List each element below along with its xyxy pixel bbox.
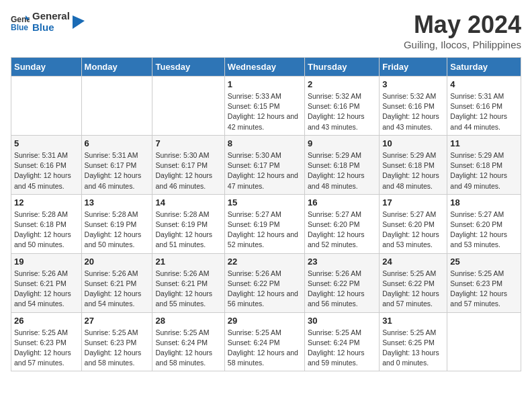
day-number: 31 (382, 316, 444, 326)
calendar-table: Sunday Monday Tuesday Wednesday Thursday… (11, 57, 521, 371)
calendar-cell: 22Sunrise: 5:26 AM Sunset: 6:22 PM Dayli… (224, 253, 304, 312)
day-number: 15 (228, 197, 302, 208)
calendar-week-5: 26Sunrise: 5:25 AM Sunset: 6:23 PM Dayli… (11, 312, 521, 371)
day-info: Sunrise: 5:30 AM Sunset: 6:17 PM Dayligh… (228, 150, 302, 191)
day-info: Sunrise: 5:29 AM Sunset: 6:18 PM Dayligh… (308, 150, 376, 191)
calendar-cell: 2Sunrise: 5:32 AM Sunset: 6:16 PM Daylig… (304, 77, 379, 136)
calendar-cell: 23Sunrise: 5:26 AM Sunset: 6:22 PM Dayli… (304, 253, 379, 312)
day-info: Sunrise: 5:25 AM Sunset: 6:24 PM Dayligh… (308, 328, 376, 369)
day-info: Sunrise: 5:26 AM Sunset: 6:21 PM Dayligh… (85, 269, 150, 310)
calendar-cell: 5Sunrise: 5:31 AM Sunset: 6:16 PM Daylig… (11, 135, 82, 194)
page-subtitle: Guiling, Ilocos, Philippines (404, 39, 521, 50)
day-number: 21 (155, 257, 221, 267)
day-info: Sunrise: 5:25 AM Sunset: 6:23 PM Dayligh… (450, 269, 518, 310)
page-title: May 2024 (404, 11, 521, 39)
day-info: Sunrise: 5:31 AM Sunset: 6:17 PM Dayligh… (85, 150, 150, 191)
day-info: Sunrise: 5:27 AM Sunset: 6:20 PM Dayligh… (308, 210, 376, 250)
day-info: Sunrise: 5:25 AM Sunset: 6:23 PM Dayligh… (85, 328, 150, 369)
day-number: 2 (308, 79, 376, 89)
calendar-cell: 10Sunrise: 5:29 AM Sunset: 6:18 PM Dayli… (380, 135, 447, 194)
calendar-cell: 15Sunrise: 5:27 AM Sunset: 6:19 PM Dayli… (224, 194, 304, 253)
day-info: Sunrise: 5:27 AM Sunset: 6:20 PM Dayligh… (450, 210, 518, 250)
calendar-cell: 30Sunrise: 5:25 AM Sunset: 6:24 PM Dayli… (304, 312, 379, 371)
day-number: 9 (308, 138, 376, 148)
day-info: Sunrise: 5:25 AM Sunset: 6:24 PM Dayligh… (155, 328, 221, 369)
day-info: Sunrise: 5:27 AM Sunset: 6:20 PM Dayligh… (382, 210, 444, 250)
calendar-cell: 17Sunrise: 5:27 AM Sunset: 6:20 PM Dayli… (380, 194, 447, 253)
day-info: Sunrise: 5:26 AM Sunset: 6:22 PM Dayligh… (308, 269, 376, 310)
calendar-cell: 31Sunrise: 5:25 AM Sunset: 6:25 PM Dayli… (380, 312, 447, 371)
day-number: 23 (308, 257, 376, 267)
logo-icon: General Blue (11, 13, 30, 32)
day-number: 24 (382, 257, 444, 267)
header-monday: Monday (81, 58, 152, 77)
day-info: Sunrise: 5:28 AM Sunset: 6:19 PM Dayligh… (155, 210, 221, 250)
day-number: 28 (155, 316, 221, 326)
calendar-cell: 12Sunrise: 5:28 AM Sunset: 6:18 PM Dayli… (11, 194, 82, 253)
logo: General Blue General Blue (11, 11, 85, 33)
calendar-cell: 3Sunrise: 5:32 AM Sunset: 6:16 PM Daylig… (380, 77, 447, 136)
calendar-cell: 1Sunrise: 5:33 AM Sunset: 6:15 PM Daylig… (224, 77, 304, 136)
header-saturday: Saturday (447, 58, 521, 77)
day-number: 27 (85, 316, 150, 326)
day-info: Sunrise: 5:31 AM Sunset: 6:16 PM Dayligh… (450, 91, 518, 132)
header-wednesday: Wednesday (224, 58, 304, 77)
calendar-cell: 21Sunrise: 5:26 AM Sunset: 6:21 PM Dayli… (152, 253, 224, 312)
header-thursday: Thursday (304, 58, 379, 77)
day-info: Sunrise: 5:25 AM Sunset: 6:22 PM Dayligh… (382, 269, 444, 310)
day-number: 10 (382, 138, 444, 148)
day-info: Sunrise: 5:32 AM Sunset: 6:16 PM Dayligh… (308, 91, 376, 132)
day-number: 8 (228, 138, 302, 148)
day-number: 14 (155, 197, 221, 208)
header-friday: Friday (380, 58, 447, 77)
logo-general: General (32, 11, 70, 22)
day-info: Sunrise: 5:32 AM Sunset: 6:16 PM Dayligh… (382, 91, 444, 132)
day-number: 22 (228, 257, 302, 267)
day-number: 11 (450, 138, 518, 148)
logo-triangle-icon (73, 15, 85, 29)
calendar-cell (152, 77, 224, 136)
day-number: 6 (85, 138, 150, 148)
day-info: Sunrise: 5:25 AM Sunset: 6:25 PM Dayligh… (382, 328, 444, 369)
day-number: 20 (85, 257, 150, 267)
day-info: Sunrise: 5:29 AM Sunset: 6:18 PM Dayligh… (450, 150, 518, 191)
day-number: 30 (308, 316, 376, 326)
day-number: 4 (450, 79, 518, 89)
calendar-cell: 28Sunrise: 5:25 AM Sunset: 6:24 PM Dayli… (152, 312, 224, 371)
calendar-cell (11, 77, 82, 136)
calendar-cell: 9Sunrise: 5:29 AM Sunset: 6:18 PM Daylig… (304, 135, 379, 194)
day-info: Sunrise: 5:30 AM Sunset: 6:17 PM Dayligh… (155, 150, 221, 191)
header-sunday: Sunday (11, 58, 82, 77)
calendar-week-2: 5Sunrise: 5:31 AM Sunset: 6:16 PM Daylig… (11, 135, 521, 194)
calendar-cell: 11Sunrise: 5:29 AM Sunset: 6:18 PM Dayli… (447, 135, 521, 194)
calendar-cell: 14Sunrise: 5:28 AM Sunset: 6:19 PM Dayli… (152, 194, 224, 253)
calendar-cell: 19Sunrise: 5:26 AM Sunset: 6:21 PM Dayli… (11, 253, 82, 312)
day-number: 18 (450, 197, 518, 208)
title-block: May 2024 Guiling, Ilocos, Philippines (404, 11, 521, 50)
day-info: Sunrise: 5:28 AM Sunset: 6:19 PM Dayligh… (85, 210, 150, 250)
svg-text:Blue: Blue (11, 23, 28, 32)
day-number: 5 (14, 138, 79, 148)
day-number: 13 (85, 197, 150, 208)
svg-marker-3 (73, 15, 85, 29)
calendar-cell: 7Sunrise: 5:30 AM Sunset: 6:17 PM Daylig… (152, 135, 224, 194)
calendar-cell: 26Sunrise: 5:25 AM Sunset: 6:23 PM Dayli… (11, 312, 82, 371)
day-info: Sunrise: 5:28 AM Sunset: 6:18 PM Dayligh… (14, 210, 79, 250)
calendar-cell: 8Sunrise: 5:30 AM Sunset: 6:17 PM Daylig… (224, 135, 304, 194)
day-number: 12 (14, 197, 79, 208)
day-number: 3 (382, 79, 444, 89)
calendar-cell: 18Sunrise: 5:27 AM Sunset: 6:20 PM Dayli… (447, 194, 521, 253)
day-info: Sunrise: 5:29 AM Sunset: 6:18 PM Dayligh… (382, 150, 444, 191)
header-tuesday: Tuesday (152, 58, 224, 77)
day-info: Sunrise: 5:25 AM Sunset: 6:23 PM Dayligh… (14, 328, 79, 369)
day-number: 17 (382, 197, 444, 208)
calendar-header-row: Sunday Monday Tuesday Wednesday Thursday… (11, 58, 521, 77)
calendar-cell: 4Sunrise: 5:31 AM Sunset: 6:16 PM Daylig… (447, 77, 521, 136)
day-number: 16 (308, 197, 376, 208)
day-info: Sunrise: 5:27 AM Sunset: 6:19 PM Dayligh… (228, 210, 302, 250)
day-info: Sunrise: 5:31 AM Sunset: 6:16 PM Dayligh… (14, 150, 79, 191)
day-number: 26 (14, 316, 79, 326)
calendar-cell: 24Sunrise: 5:25 AM Sunset: 6:22 PM Dayli… (380, 253, 447, 312)
calendar-week-1: 1Sunrise: 5:33 AM Sunset: 6:15 PM Daylig… (11, 77, 521, 136)
day-info: Sunrise: 5:33 AM Sunset: 6:15 PM Dayligh… (228, 91, 302, 132)
